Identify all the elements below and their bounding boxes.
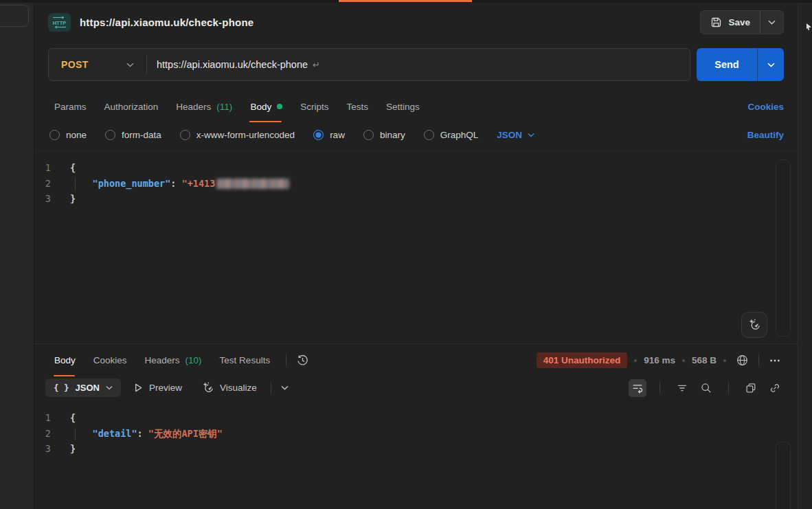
divider [659,382,660,394]
response-tab[interactable]: Body [45,344,84,376]
tab-count: (11) [216,102,232,112]
tab-label: Test Results [220,355,271,365]
editor-scrollbar[interactable] [776,442,791,509]
tab-label: Params [54,102,87,112]
filter-icon [676,382,688,394]
visualize-button[interactable]: Visualize [194,377,264,398]
search-button[interactable] [697,379,715,397]
preview-label: Preview [149,383,182,393]
request-tab[interactable]: Authorization [95,91,168,122]
chevron-down-icon [528,133,534,137]
request-tab[interactable]: Tests [337,91,377,122]
body-type-radio[interactable]: none [49,130,87,140]
radio-circle-icon [105,130,115,140]
code-line-content[interactable]: { [70,160,76,176]
radio-label: form-data [122,130,161,140]
code-line-content[interactable]: } [70,191,76,207]
request-tab[interactable]: Body [241,91,291,122]
response-panel: Body Cookies Headers (10) [34,343,798,509]
response-toolbar: { } JSON Preview Visualize [34,376,798,405]
code-line: 1{ [34,410,798,426]
response-time[interactable]: 916 ms [644,355,675,365]
response-format-label: JSON [76,383,100,393]
url-box: POST https://api.xiaomu.uk/check-phone ↵ [48,48,690,81]
code-line-content[interactable]: } [70,441,76,457]
radio-circle-icon [363,130,374,140]
send-button-label: Send [714,59,738,70]
response-more-actions-button[interactable] [766,352,784,370]
response-format-dropdown[interactable]: { } JSON [45,378,121,397]
link-button[interactable] [766,379,784,397]
body-type-radio[interactable]: raw [313,130,345,140]
request-tab[interactable]: Headers (11) [167,91,241,122]
radio-circle-icon [180,130,190,140]
svg-text:HTTP: HTTP [53,19,67,25]
url-value: https://api.xiaomu.uk/check-phone [157,59,308,70]
visualize-sparkle-icon [201,381,214,394]
wrap-text-button[interactable] [629,379,646,397]
status-badge[interactable]: 401 Unauthorized [537,352,628,368]
collapse-toolbar-chevron[interactable] [278,383,291,393]
send-options-chevron-button[interactable] [757,48,784,81]
link-icon [769,382,781,394]
body-type-radio[interactable]: GraphQL [424,130,479,140]
send-button[interactable]: Send [697,48,757,81]
editor-scrollbar[interactable] [776,159,791,337]
main-panel: HTTP https://api.xiaomu.uk/check-phone S… [34,0,798,509]
response-body-editor[interactable]: 1{2 "detail": "无效的API密钥"3} [34,405,798,509]
radio-label: x-www-form-urlencoded [196,130,295,140]
response-tab[interactable]: Cookies [84,344,136,376]
body-type-radio[interactable]: form-data [105,130,161,140]
network-info-button[interactable] [733,351,752,370]
tab-label: Settings [386,102,420,112]
separator-dot [634,359,637,362]
request-body-editor[interactable]: 1{2 "phone_number": "+14133} [34,151,798,343]
method-selector[interactable]: POST [49,59,146,70]
body-type-radio[interactable]: x-www-form-urlencoded [180,130,295,140]
copy-button[interactable] [742,379,760,397]
tab-label: Body [54,355,76,365]
code-line: 2 "detail": "无效的API密钥" [34,426,798,442]
request-tab[interactable]: Params [45,91,95,122]
more-dots-icon [769,354,781,367]
active-tab-indicator [339,0,472,2]
url-input[interactable]: https://api.xiaomu.uk/check-phone ↵ [147,59,690,70]
chevron-down-icon [106,385,113,390]
divider [758,354,759,366]
tab-label: Cookies [93,355,127,365]
code-line: 1{ [34,160,798,176]
collapsed-sidebar [0,0,34,509]
radio-label: binary [380,130,405,140]
body-type-radio[interactable]: binary [363,130,405,140]
response-tab[interactable]: Test Results [211,344,280,376]
modified-dot [277,104,282,109]
divider [271,382,271,394]
request-tab[interactable]: Scripts [291,91,337,122]
code-line-content[interactable]: "phone_number": "+1413 [70,176,289,192]
save-button[interactable]: Save [701,11,760,34]
method-label: POST [61,59,89,70]
radio-circle-icon [49,130,60,140]
request-tab[interactable]: Settings [377,91,429,122]
filter-button[interactable] [673,379,691,397]
divider [286,354,286,366]
line-number: 2 [34,176,70,192]
radio-label: GraphQL [440,130,479,140]
globe-icon [736,354,749,367]
send-split-button: Send [697,48,784,81]
line-number: 1 [34,160,70,176]
line-number: 2 [34,426,70,442]
language-dropdown[interactable]: JSON [497,130,534,140]
beautify-link[interactable]: Beautify [747,130,784,140]
postbot-button[interactable] [741,312,767,338]
code-line-content[interactable]: "detail": "无效的API密钥" [70,426,223,442]
response-history-button[interactable] [293,351,312,370]
code-line-content[interactable]: { [70,410,76,426]
save-options-chevron-button[interactable] [760,11,783,34]
response-tabs-row: Body Cookies Headers (10) [34,344,798,376]
cookies-link[interactable]: Cookies [747,102,784,112]
preview-button[interactable]: Preview [126,378,189,397]
sidebar-partial-control[interactable] [0,5,29,27]
response-size[interactable]: 568 B [692,355,717,365]
response-tab[interactable]: Headers (10) [136,344,211,376]
